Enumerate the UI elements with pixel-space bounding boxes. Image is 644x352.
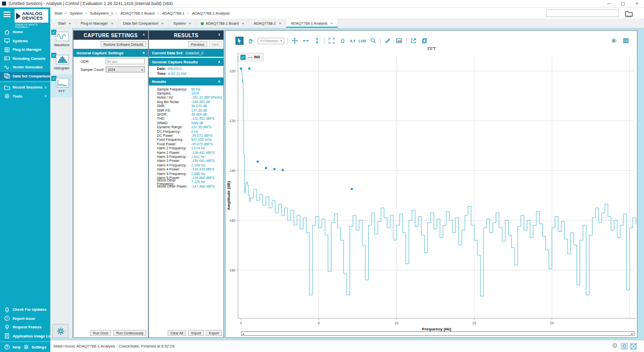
title-bar: (Untitled Session) - Analysis | Control … (0, 0, 644, 8)
browse-folder-icon[interactable] (625, 10, 633, 17)
sessions-icon (4, 84, 10, 91)
run-continuously-button[interactable]: Run Continuously (113, 330, 146, 336)
close-tab-icon[interactable]: × (162, 21, 164, 26)
restore-defaults-button[interactable]: Restore Software Defaults (101, 41, 146, 47)
svg-text:-180: -180 (228, 269, 235, 272)
import-button[interactable]: Import (188, 330, 204, 336)
cursor-icon[interactable] (235, 37, 244, 45)
general-capture-results-header[interactable]: General Capture Results (152, 60, 198, 64)
scroll-right-icon[interactable]: ▸ (631, 332, 633, 335)
minimize-button[interactable]: ─ (602, 0, 616, 7)
svg-text:10: 10 (394, 321, 398, 325)
close-tab-icon[interactable]: × (242, 21, 245, 26)
xy-direction-dropdown[interactable]: XYDirection▾ (258, 38, 284, 44)
help-label[interactable]: Help (13, 345, 21, 349)
export-button[interactable]: Export (206, 330, 222, 336)
hand-icon[interactable] (247, 37, 255, 45)
horizontal-scrollbar[interactable]: ◂ ▸ (241, 331, 634, 336)
move-icon[interactable] (291, 37, 299, 45)
omega-icon[interactable]: Ω (339, 37, 347, 45)
run-once-button[interactable]: Run Once (90, 330, 112, 336)
sidebar-item-remoting-console[interactable]: Remoting Console (0, 54, 50, 63)
close-tab-icon[interactable]: × (111, 21, 114, 26)
sidebar-item-data-set-comparison[interactable]: Data Set Comparison (0, 72, 50, 81)
tab-start[interactable]: Start × (53, 19, 76, 28)
image-icon[interactable] (395, 37, 403, 45)
sample-count-select[interactable]: 1024 ▾ (106, 66, 145, 72)
result-row: Fund Power: -99.072 dBFS (157, 142, 223, 146)
sidebar-item-systems[interactable]: Systems (0, 37, 50, 46)
close-tab-icon[interactable]: × (331, 21, 333, 26)
sidebar-item-home[interactable]: Home (0, 28, 50, 37)
clear-all-button[interactable]: Clear All (168, 330, 186, 336)
svg-text:Frequency (Hz): Frequency (Hz) (422, 327, 451, 331)
previous-button[interactable]: Previous (188, 41, 207, 47)
sidebar-item-check-for-updates[interactable]: Check For Updates (0, 305, 50, 314)
sidebar-item-report-issue[interactable]: Report Issue (0, 314, 50, 323)
h-arrows-icon[interactable] (302, 37, 310, 45)
close-tab-icon[interactable]: × (69, 21, 71, 26)
general-capture-settings-header[interactable]: General Capture Settings (76, 51, 124, 55)
module-strip: ✓ Waveform✓ Histogram✓ FFT (50, 28, 73, 338)
expand-icon[interactable] (328, 37, 336, 45)
zoom-icon[interactable] (369, 37, 377, 45)
pencil-icon[interactable] (384, 37, 392, 45)
collapse-results-icon[interactable]: ‹ (218, 31, 220, 37)
export-icon[interactable] (410, 37, 418, 45)
toolbar-log-button[interactable]: LOG (359, 39, 366, 43)
gear-icon (23, 344, 29, 350)
next-button[interactable]: Next (209, 41, 222, 47)
close-tab-icon[interactable]: × (279, 21, 281, 26)
tab-adaq7768-1-analysis[interactable]: ADAQ7768-1 Analysis × (286, 19, 338, 28)
tab-system[interactable]: System × (169, 19, 196, 28)
scroll-left-icon[interactable]: ◂ (243, 332, 244, 335)
breadcrumb-item[interactable]: Start (54, 11, 62, 16)
module-fft[interactable]: ✓ FFT (50, 74, 72, 98)
svg-text:-100: -100 (228, 69, 235, 73)
current-data-set-label: Current Data Set: (152, 51, 183, 55)
chevron-up-icon[interactable]: ∧ (142, 51, 145, 55)
maximize-button[interactable]: ▢ (616, 0, 630, 7)
chevron-up-icon[interactable]: ∧ (218, 79, 220, 83)
sidebar-item-request-feature[interactable]: Request Feature (0, 323, 50, 332)
fit-window-icon[interactable] (630, 343, 637, 349)
odr-input[interactable] (106, 58, 145, 64)
help-icon[interactable] (4, 344, 10, 350)
chevron-up-icon[interactable]: ∧ (218, 60, 220, 64)
breadcrumb-item[interactable]: Subsystem_1 (90, 11, 113, 16)
collapse-capture-icon[interactable]: ‹ (143, 31, 145, 37)
results-list: Sample Frequency: 50 Hz Samples: 1024 No… (149, 85, 223, 188)
v-arrows-icon[interactable] (313, 37, 321, 45)
result-row: SINAD: NaN dB (157, 121, 223, 125)
freeze-icon[interactable] (610, 37, 618, 45)
data-grid-icon[interactable] (622, 37, 630, 45)
results-section-header[interactable]: Results (152, 79, 166, 84)
fft-plot[interactable]: -100-120-140-160-18005101520FFTAmplitude… (225, 45, 637, 331)
module-histogram[interactable]: ✓ Histogram (50, 51, 72, 74)
breadcrumb-item[interactable]: ADAQ7768-1 (162, 11, 185, 16)
sidebar-item-plug-in-manager[interactable]: Plug-in Manager (0, 45, 50, 54)
hamburger-menu-icon[interactable] (4, 12, 11, 18)
tab-data-set-comparison[interactable]: Data Set Comparison × (118, 19, 169, 28)
tab-adaq7768-1[interactable]: ADAQ7768-1 × (249, 19, 286, 28)
tab-plug-in-manager[interactable]: Plug-in Manager × (76, 19, 118, 28)
analysis-settings-gear-icon[interactable] (52, 324, 68, 338)
bulb-icon (4, 324, 10, 330)
tab-adaq7768-1-board[interactable]: ADAQ7768-1 Board × (196, 19, 249, 28)
search-input[interactable] (546, 9, 619, 17)
sidebar-item-recent-sessions[interactable]: Recent Sessions∨ (0, 83, 50, 92)
close-tab-icon[interactable]: × (189, 21, 191, 26)
remote-indicator-icon[interactable] (621, 343, 628, 349)
sidebar-item-vector-generator[interactable]: Vector Generator (0, 63, 50, 72)
copy-icon[interactable] (421, 37, 429, 45)
close-button[interactable]: × (630, 0, 644, 7)
info-icon[interactable] (612, 343, 619, 349)
settings-button[interactable]: Settings (23, 344, 46, 350)
sidebar-item-tools[interactable]: Tools∨ (0, 92, 50, 101)
breadcrumb-item[interactable]: ADAQ7768-1 Analysis (192, 11, 229, 16)
breadcrumb-item[interactable]: System (70, 11, 83, 16)
toolbar-xy-button[interactable]: X,Y (350, 39, 355, 43)
sidebar-item-application-usage-logging[interactable]: Application Usage Logging (0, 332, 50, 341)
module-waveform[interactable]: ✓ Waveform (50, 28, 72, 51)
breadcrumb-item[interactable]: ADAQ7768-1 Board (120, 11, 154, 16)
